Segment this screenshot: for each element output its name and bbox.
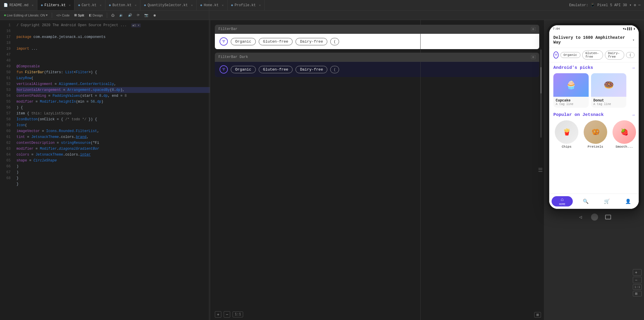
- chip-gluten-free-dark[interactable]: Gluten-free: [259, 66, 293, 73]
- close-icon[interactable]: ✕: [100, 4, 102, 7]
- phone-zoom-in[interactable]: +: [633, 269, 642, 276]
- nav-cart[interactable]: 🛒: [596, 194, 618, 209]
- split-icon: ⊞: [74, 13, 77, 17]
- phone-zoom-out[interactable]: −: [633, 277, 642, 283]
- pick-donut-name: Donut: [593, 99, 624, 103]
- screenshot-button[interactable]: 📷: [142, 13, 150, 18]
- filter-list-dark-icon[interactable]: [220, 65, 228, 74]
- close-icon[interactable]: ✕: [191, 4, 193, 7]
- phone-filter-bar: Organic Gluten-free Dairy-free (: [549, 48, 639, 62]
- popular-smoothie[interactable]: 🍓 Smooth...: [611, 120, 638, 149]
- chip-gluten-free[interactable]: Gluten-free: [259, 38, 293, 45]
- delivery-bar[interactable]: Delivery to 1600 Amphitheater Way ▾: [549, 32, 639, 48]
- zoom-out-button[interactable]: −: [224, 311, 230, 318]
- filterbar-light-card: FilterBar ⊞ Organic Gluten-free Dairy-fr…: [215, 25, 539, 49]
- kotlin-icon: ◆: [144, 3, 146, 7]
- phone-screen: 7:04 ▼▲ ▌▌▌ ▮ Delivery to 1600 Amphithea…: [549, 25, 639, 209]
- filter-list-icon[interactable]: [220, 37, 228, 46]
- design-icon: ◧: [89, 13, 92, 17]
- spacer: [549, 150, 639, 194]
- smoothie-name: Smooth...: [615, 145, 633, 149]
- phone-chip-gluten[interactable]: Gluten-free: [582, 50, 603, 60]
- code-view-button[interactable]: </> Code: [54, 13, 71, 18]
- design-view-button[interactable]: ◧ Design: [87, 13, 104, 18]
- zoom-in-button[interactable]: +: [215, 311, 221, 318]
- record-button[interactable]: ⏺: [151, 13, 158, 18]
- expand-button[interactable]: ⊞: [531, 27, 536, 31]
- nav-profile[interactable]: 👤: [618, 194, 639, 209]
- tab-filters[interactable]: ◆ Filters.kt ✕: [37, 0, 74, 10]
- phone-filter-icon[interactable]: [553, 51, 559, 59]
- file-icon: 📄: [4, 3, 8, 7]
- volume-down-button[interactable]: 🔉: [117, 13, 125, 18]
- phone-mockup-container: 7:04 ▼▲ ▌▌▌ ▮ Delivery to 1600 Amphithea…: [544, 20, 644, 320]
- tab-profile[interactable]: ◆ Profile.kt ✕: [228, 0, 265, 10]
- pick-cupcake-tagline: A tag line: [556, 103, 586, 106]
- phone-fit-button[interactable]: ⊞: [633, 291, 642, 296]
- phone-bottom-nav: ◁: [577, 214, 611, 221]
- kotlin-icon: ◆: [78, 3, 80, 7]
- phone-device: 7:04 ▼▲ ▌▌▌ ▮ Delivery to 1600 Amphithea…: [547, 23, 641, 211]
- androids-picks-title: Android's picks: [553, 65, 593, 70]
- phone-status-bar: 7:04 ▼▲ ▌▌▌ ▮: [549, 25, 639, 32]
- more-icon[interactable]: ⋯: [638, 3, 640, 7]
- battery-icon: ▮: [633, 27, 635, 31]
- chip-dairy-free[interactable]: Dairy-free: [296, 38, 327, 45]
- chips-image: 🍟: [555, 120, 578, 144]
- tab-readme[interactable]: 📄 README.md ✕: [0, 0, 37, 10]
- expand-button[interactable]: ⊞: [531, 55, 536, 59]
- tab-button[interactable]: ◆ Button.kt ✕: [105, 0, 140, 10]
- close-icon[interactable]: ✕: [69, 4, 71, 7]
- close-icon[interactable]: ✕: [32, 4, 34, 7]
- fit-controls: ⊞: [534, 312, 541, 318]
- profile-icon: 👤: [625, 199, 631, 204]
- popular-pretzels[interactable]: 🥨 Pretzels: [582, 120, 609, 149]
- tab-quantity[interactable]: ◆ QuantitySelector.kt ✕: [140, 0, 197, 10]
- pick-cupcake-info: Cupcake A tag line: [553, 97, 589, 108]
- rotate-button[interactable]: ⟳: [135, 13, 141, 18]
- chip-organic-dark[interactable]: Organic: [231, 66, 256, 73]
- code-text[interactable]: / Copyright 2020 The Android Open Source…: [13, 20, 210, 320]
- close-icon[interactable]: ✕: [222, 4, 224, 7]
- popular-arrow-icon[interactable]: →: [632, 113, 635, 117]
- phone-chip-organic[interactable]: Organic: [560, 52, 580, 58]
- nav-search[interactable]: 🔍: [575, 194, 596, 209]
- settings-icon[interactable]: ⚙: [634, 3, 636, 7]
- chevron-down-icon: ▾: [46, 13, 48, 17]
- phone-recents-button[interactable]: [605, 215, 611, 219]
- chip-more-dark[interactable]: (: [330, 66, 339, 73]
- code-editor: 1 16 17 18 19 47 48 49 50 51 52 53 54 55…: [0, 20, 210, 320]
- pick-cupcake[interactable]: 🧁 Cupcake A tag line: [553, 73, 589, 108]
- dropdown-chevron-icon: ▾: [629, 3, 631, 7]
- kotlin-icon: ◆: [231, 3, 233, 7]
- chip-organic[interactable]: Organic: [231, 38, 256, 45]
- chip-dairy-free-dark[interactable]: Dairy-free: [296, 66, 327, 73]
- fit-button[interactable]: ⊞: [534, 312, 541, 318]
- popular-chips[interactable]: 🍟 Chips: [553, 120, 580, 149]
- filterbar-light-label: FilterBar: [218, 27, 238, 31]
- arrow-right-icon[interactable]: →: [632, 66, 635, 70]
- close-icon[interactable]: ✕: [259, 4, 261, 7]
- phone-chip-more[interactable]: (: [626, 52, 635, 58]
- zoom-level: 1:1: [233, 311, 243, 317]
- power-button[interactable]: ⏻: [109, 13, 116, 18]
- volume-up-button[interactable]: 🔊: [126, 13, 134, 18]
- phone-back-button[interactable]: ◁: [577, 214, 584, 221]
- phone-time: 7:04: [553, 27, 560, 31]
- preview-scrollbar[interactable]: [540, 49, 542, 138]
- chip-more[interactable]: (: [330, 38, 339, 45]
- live-editing-toggle[interactable]: Live Editing of Literals: ON ▾: [2, 13, 49, 18]
- pick-donut[interactable]: 🍩 Donut A tag line: [591, 73, 626, 108]
- phone-signals: ▼▲ ▌▌▌ ▮: [623, 27, 635, 31]
- tab-home[interactable]: ◆ Home.kt ✕: [197, 0, 228, 10]
- split-view-button[interactable]: ⊞ Split: [72, 13, 86, 18]
- pick-donut-info: Donut A tag line: [591, 97, 626, 108]
- pretzels-name: Pretzels: [588, 145, 603, 149]
- tab-cart[interactable]: ◆ Cart.kt ✕: [74, 0, 105, 10]
- close-icon[interactable]: ✕: [135, 4, 137, 7]
- phone-home-button[interactable]: [591, 214, 598, 221]
- filterbar-dark-label: FilterBar Dark: [218, 55, 248, 59]
- phone-chip-dairy[interactable]: Dairy-free: [605, 50, 625, 60]
- drag-handle[interactable]: ☰: [538, 167, 543, 173]
- nav-home[interactable]: ⌂ HOME: [552, 196, 573, 206]
